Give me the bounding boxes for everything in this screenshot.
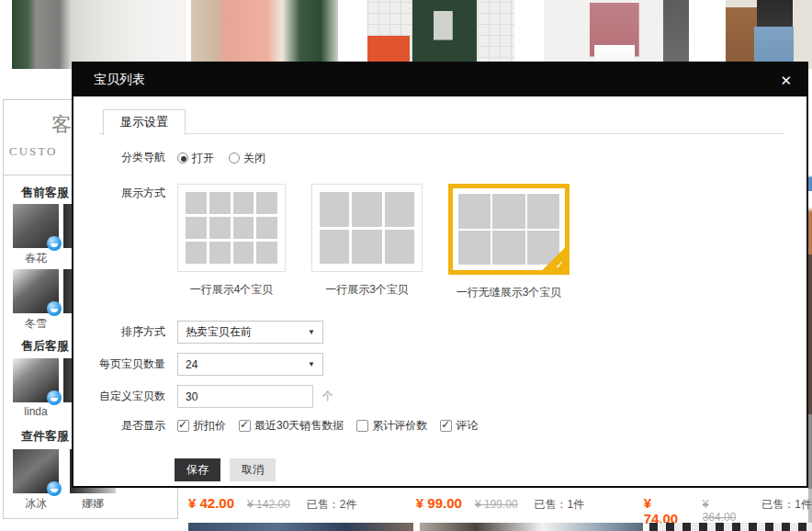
wangwang-chat-icon[interactable]: [47, 301, 62, 316]
chevron-down-icon: ▼: [308, 360, 315, 368]
field-label-custom-count: 自定义宝贝数: [99, 385, 165, 408]
checkbox-discount-price[interactable]: [177, 420, 189, 432]
original-price: ¥ 199.00: [475, 498, 518, 511]
per-page-select[interactable]: 24 ▼: [177, 353, 323, 376]
custom-count-input[interactable]: [177, 385, 313, 408]
field-label-display-mode: 展示方式: [99, 182, 165, 205]
agent-name: 冰冰: [10, 496, 62, 512]
current-price: ¥ 74.00: [644, 495, 690, 526]
checkbox-30day-sales[interactable]: [239, 420, 251, 432]
field-label-show: 是否显示: [99, 418, 165, 434]
product-photo[interactable]: [12, 0, 186, 69]
checkbox-label[interactable]: 评论: [456, 419, 478, 433]
agent-name: linda: [10, 405, 62, 418]
wangwang-chat-icon[interactable]: [47, 390, 62, 405]
avatar[interactable]: [13, 269, 59, 313]
radio-open[interactable]: [177, 153, 188, 164]
checkbox-label[interactable]: 折扣价: [193, 419, 226, 433]
logo-latin-text: CUSTO: [9, 144, 57, 159]
current-price: ¥ 42.00: [188, 495, 234, 511]
agent-chunhua[interactable]: 春花: [10, 204, 62, 266]
modal-title: 宝贝列表: [94, 72, 145, 88]
original-price: ¥ 364.00: [703, 498, 746, 524]
product-price-item[interactable]: ¥ 42.00 ¥ 142.00 已售：2件: [188, 495, 416, 517]
tab-bar: 显示设置: [99, 108, 784, 134]
agent-dongxue[interactable]: 冬雪: [10, 269, 62, 332]
product-photo[interactable]: [420, 523, 643, 531]
product-list-settings-modal: 宝贝列表 ✕ 显示设置 分类导航 打开 关闭 展示方式: [72, 62, 808, 488]
sold-count: 已售：2件: [307, 497, 357, 513]
product-photo[interactable]: [188, 523, 413, 531]
display-option-3-seamless[interactable]: ✓ 一行无缝展示3个宝贝: [448, 184, 570, 300]
sort-select[interactable]: 热卖宝贝在前 ▼: [177, 321, 323, 344]
checkbox-label[interactable]: 最近30天销售数据: [254, 419, 344, 433]
product-photo[interactable]: [367, 0, 514, 69]
modal-header: 宝贝列表 ✕: [73, 63, 806, 96]
display-option-caption: 一行展示3个宝贝: [325, 282, 409, 298]
avatar[interactable]: [13, 204, 59, 248]
section-title-presale: 售前客服: [21, 185, 69, 201]
unit-label: 个: [322, 385, 333, 408]
page-edge-sliver: [808, 0, 812, 531]
agent-bingbing[interactable]: 冰冰: [10, 449, 62, 512]
original-price: ¥ 142.00: [247, 498, 290, 511]
per-page-select-value: 24: [186, 358, 197, 371]
product-price-row: ¥ 42.00 ¥ 142.00 已售：2件 ¥ 99.00 ¥ 199.00 …: [188, 495, 812, 517]
agent-linda[interactable]: linda: [10, 358, 62, 418]
tab-display-settings[interactable]: 显示设置: [103, 109, 186, 135]
product-price-item[interactable]: ¥ 99.00 ¥ 199.00 已售：1件: [416, 495, 644, 517]
display-option-caption: 一行无缝展示3个宝贝: [457, 285, 562, 300]
section-title-aftersale: 售后客服: [21, 338, 69, 355]
product-photo[interactable]: [191, 0, 338, 69]
display-option-3-per-row[interactable]: ✓ 一行展示3个宝贝: [311, 184, 423, 300]
agent-name: 春花: [10, 251, 62, 266]
avatar[interactable]: [13, 358, 59, 402]
field-label-sort: 排序方式: [99, 321, 165, 344]
modal-body: 显示设置 分类导航 打开 关闭 展示方式 ✓: [73, 96, 806, 486]
display-option-caption: 一行展示4个宝贝: [190, 282, 274, 298]
radio-label-open[interactable]: 打开: [192, 149, 214, 167]
current-price: ¥ 99.00: [416, 495, 462, 511]
radio-closed[interactable]: [229, 153, 240, 164]
agent-name: 娜娜: [67, 496, 118, 512]
cancel-button[interactable]: 取消: [230, 458, 276, 481]
checkbox-label[interactable]: 累计评价数: [372, 419, 427, 433]
field-label-per-page: 每页宝贝数量: [99, 353, 165, 376]
avatar[interactable]: [13, 449, 59, 493]
selected-check-icon: ✓: [543, 248, 565, 270]
product-price-item[interactable]: ¥ 74.00 ¥ 364.00 已售：1件: [644, 495, 812, 517]
field-label-category-nav: 分类导航: [99, 146, 165, 169]
checkbox-total-reviews[interactable]: [356, 420, 368, 432]
checkbox-comments[interactable]: [440, 420, 452, 432]
sort-select-value: 热卖宝贝在前: [186, 324, 252, 340]
chevron-down-icon: ▼: [308, 328, 315, 336]
wangwang-chat-icon[interactable]: [47, 481, 62, 496]
sold-count: 已售：1件: [761, 497, 812, 513]
product-photo[interactable]: [649, 523, 812, 531]
wangwang-chat-icon[interactable]: [47, 236, 62, 251]
save-button[interactable]: 保存: [175, 458, 220, 481]
section-title-package-inquiry: 查件客服: [21, 428, 69, 445]
radio-label-closed[interactable]: 关闭: [243, 149, 265, 167]
product-photo[interactable]: [726, 0, 812, 69]
agent-name: 冬雪: [10, 316, 62, 332]
close-icon[interactable]: ✕: [780, 73, 792, 87]
display-option-4-per-row[interactable]: ✓ 一行展示4个宝贝: [177, 184, 286, 300]
product-photo[interactable]: [544, 0, 689, 69]
logo-chinese-char: 客: [51, 111, 72, 139]
sold-count: 已售：1件: [535, 497, 585, 513]
